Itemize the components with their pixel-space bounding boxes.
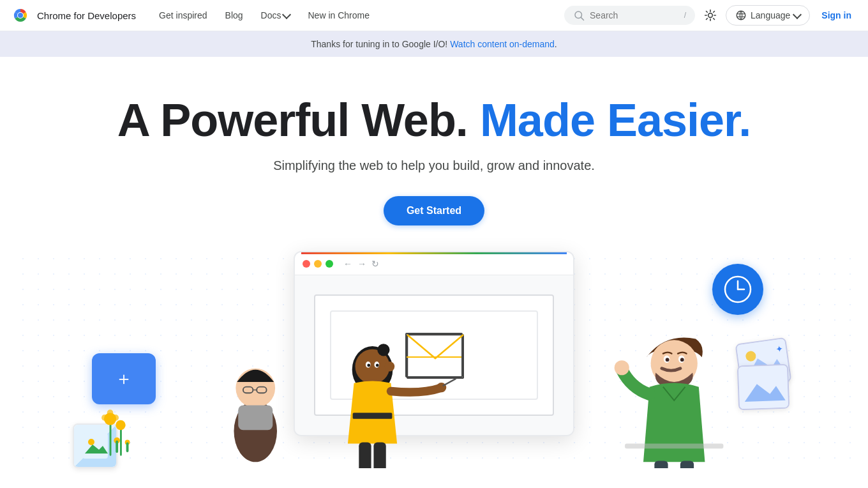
banner-text: Thanks for tuning in to Google I/O! [311, 39, 450, 49]
language-button[interactable]: Language [726, 5, 810, 26]
docs-chevron-icon [282, 10, 291, 19]
nav-blog[interactable]: Blog [218, 6, 251, 24]
nav-new-in-chrome[interactable]: New in Chrome [300, 6, 377, 24]
svg-rect-69 [116, 441, 118, 453]
svg-line-10 [707, 11, 708, 13]
figure-man [615, 338, 724, 469]
search-shortcut-hint: / [684, 11, 686, 20]
svg-point-5 [708, 13, 713, 18]
chrome-logo-icon [10, 5, 31, 26]
svg-rect-54 [373, 443, 385, 469]
language-chevron-icon [793, 10, 802, 19]
announcement-banner: Thanks for tuning in to Google I/O! Watc… [0, 31, 868, 57]
figure-glasses [234, 369, 277, 462]
svg-point-47 [367, 364, 370, 367]
theme-toggle-button[interactable] [700, 5, 721, 26]
svg-point-2 [18, 13, 23, 18]
svg-rect-71 [126, 443, 129, 452]
svg-line-52 [443, 379, 455, 386]
brand-name: Chrome for Developers [37, 10, 136, 21]
svg-point-32 [101, 415, 108, 421]
hero-title: A Powerful Web. Made Easier. [117, 95, 751, 146]
nav-links: Get inspired Blog Docs New in Chrome [151, 6, 564, 24]
navbar: Chrome for Developers Get inspired Blog … [0, 0, 868, 31]
svg-line-11 [714, 19, 715, 20]
svg-line-13 [714, 11, 715, 13]
svg-rect-65 [680, 461, 694, 469]
hero-title-blue: Made Easier. [480, 95, 751, 146]
svg-line-12 [707, 19, 708, 20]
svg-line-4 [581, 17, 583, 20]
svg-point-35 [116, 420, 125, 430]
banner-suffix: . [555, 39, 557, 49]
hero-title-black: A Powerful Web. [117, 95, 468, 146]
svg-point-44 [385, 362, 394, 371]
search-bar[interactable]: / [564, 6, 695, 25]
svg-rect-63 [625, 444, 723, 449]
svg-point-45 [377, 344, 389, 356]
get-started-button[interactable]: Get Started [384, 196, 484, 225]
svg-point-59 [666, 358, 670, 362]
svg-point-33 [112, 415, 119, 421]
svg-point-31 [107, 410, 114, 416]
language-label: Language [751, 10, 790, 20]
nav-actions: / Language [564, 5, 858, 26]
nav-logo[interactable]: Chrome for Developers [10, 5, 136, 26]
svg-rect-41 [238, 406, 273, 431]
svg-point-49 [376, 364, 379, 367]
search-input[interactable] [590, 10, 673, 20]
sun-icon [704, 9, 717, 22]
search-icon [573, 10, 585, 21]
nav-docs[interactable]: Docs [253, 6, 298, 24]
svg-point-61 [680, 358, 684, 362]
sign-in-button[interactable]: Sign in [815, 6, 858, 24]
figure-woman [348, 344, 456, 468]
banner-link[interactable]: Watch content on-demand [450, 39, 555, 49]
svg-point-14 [737, 11, 745, 20]
svg-rect-64 [654, 461, 668, 469]
hero-section: A Powerful Web. Made Easier. Simplifying… [0, 57, 868, 481]
globe-icon [735, 10, 747, 21]
svg-point-62 [615, 360, 629, 375]
flower-group [101, 410, 126, 456]
svg-rect-53 [359, 443, 371, 469]
characters-svg [15, 251, 853, 468]
hero-illustration: ← → ↻ ＋ [15, 251, 853, 468]
nav-get-inspired[interactable]: Get inspired [151, 6, 214, 24]
hero-subtitle: Simplifying the web to help you build, g… [273, 158, 595, 173]
svg-rect-50 [353, 413, 393, 419]
